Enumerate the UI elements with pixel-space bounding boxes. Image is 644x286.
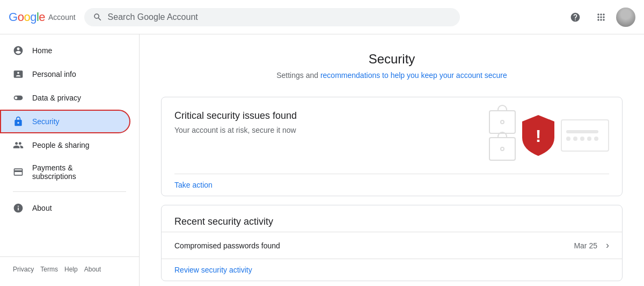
logo-account-text: Account — [48, 13, 76, 22]
home-icon — [13, 45, 24, 56]
payments-label: Payments & subscriptions — [32, 163, 118, 181]
red-arrow-annotation — [133, 104, 140, 133]
header: Google Account — [0, 0, 644, 34]
lock-stack — [489, 110, 516, 161]
shield-alert-icon: ! — [520, 114, 557, 157]
payments-icon — [13, 167, 24, 177]
sidebar-item-personal-info[interactable]: Personal info — [0, 62, 130, 86]
lock-item-2 — [489, 137, 516, 161]
activity-row-0[interactable]: Compromised passwords found Mar 25 › — [162, 232, 622, 259]
sidebar-footer: Privacy Terms Help About — [0, 256, 139, 282]
critical-card-title: Critical security issues found — [174, 110, 480, 121]
card-text: Critical security issues found Your acco… — [174, 110, 480, 143]
personal-info-icon — [13, 69, 24, 80]
sidebar-nav: Home Personal info Data & privacy — [0, 39, 139, 256]
about-label: About — [32, 204, 52, 212]
review-activity-button[interactable]: Review security activity — [174, 266, 252, 274]
page-subtitle: Settings and recommendations to help you… — [161, 71, 623, 80]
about-icon — [13, 203, 24, 213]
password-card-mini — [561, 119, 609, 152]
footer-terms[interactable]: Terms — [40, 266, 58, 273]
search-bar — [84, 8, 460, 26]
help-button[interactable] — [565, 6, 586, 28]
sidebar-item-home[interactable]: Home — [0, 39, 130, 62]
search-icon — [93, 12, 103, 22]
svg-text:!: ! — [536, 126, 541, 146]
data-privacy-icon — [13, 92, 24, 103]
apps-icon — [596, 12, 606, 23]
sidebar-item-payments[interactable]: Payments & subscriptions — [0, 157, 130, 187]
recent-activity-card: Recent security activity Compromised pas… — [161, 205, 623, 281]
activity-footer: Review security activity — [162, 259, 622, 281]
google-logo[interactable]: Google Account — [9, 10, 76, 24]
critical-security-card: Critical security issues found Your acco… — [161, 97, 623, 196]
layout: Home Personal info Data & privacy — [0, 34, 644, 286]
personal-info-label: Personal info — [32, 70, 76, 78]
take-action-button[interactable]: Take action — [174, 181, 213, 189]
activity-date-0: Mar 25 — [574, 241, 597, 250]
people-icon — [13, 140, 24, 151]
avatar[interactable] — [616, 8, 635, 27]
activity-label-0: Compromised passwords found — [174, 241, 574, 250]
sidebar-item-data-privacy[interactable]: Data & privacy — [0, 86, 130, 110]
people-sharing-label: People & sharing — [32, 141, 90, 149]
footer-about[interactable]: About — [84, 266, 101, 273]
header-right — [565, 6, 635, 28]
security-illustration: ! — [489, 110, 609, 161]
footer-privacy[interactable]: Privacy — [13, 266, 34, 273]
sidebar-item-security[interactable]: Security — [0, 110, 130, 133]
subtitle-link[interactable]: recommendations to help you keep your ac… — [320, 71, 507, 80]
shield-container: ! — [520, 114, 557, 157]
footer-help[interactable]: Help — [64, 266, 78, 273]
lock-item-1 — [489, 110, 516, 134]
security-label: Security — [32, 117, 60, 126]
sidebar-item-about[interactable]: About — [0, 196, 130, 220]
home-label: Home — [32, 46, 52, 55]
sidebar: Home Personal info Data & privacy — [0, 34, 140, 286]
search-input[interactable] — [108, 12, 451, 22]
chevron-right-icon: › — [606, 240, 609, 251]
card-critical-content: Critical security issues found Your acco… — [162, 97, 622, 174]
data-privacy-label: Data & privacy — [32, 94, 81, 102]
security-icon — [13, 116, 24, 127]
help-icon — [570, 12, 581, 23]
sidebar-item-people-sharing[interactable]: People & sharing — [0, 133, 130, 157]
logo-text: Google — [9, 10, 45, 24]
page-title: Security — [161, 52, 623, 67]
activity-card-title: Recent security activity — [162, 205, 622, 232]
critical-card-desc: Your account is at risk, secure it now — [174, 126, 480, 134]
card-action: Take action — [162, 174, 622, 196]
main-content: Security Settings and recommendations to… — [140, 34, 644, 286]
apps-button[interactable] — [590, 6, 612, 28]
sidebar-divider — [13, 191, 126, 192]
